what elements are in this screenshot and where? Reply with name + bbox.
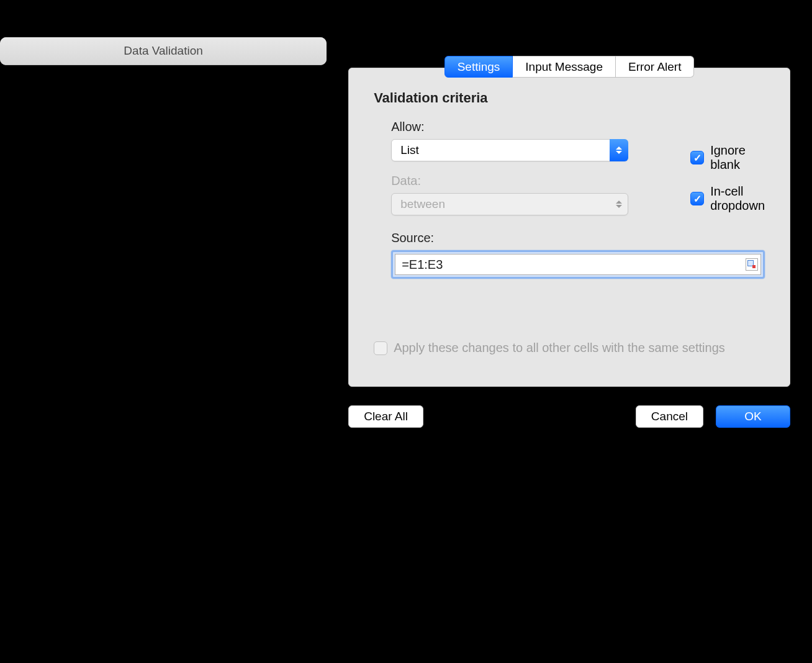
checkmark-icon: ✓ [693,152,701,164]
in-cell-dropdown-label: In-cell dropdown [710,184,765,213]
checkmark-icon: ✓ [693,193,701,205]
dialog-footer: Clear All Cancel OK [348,405,790,428]
criteria-left-column: Allow: List Data: [374,120,628,228]
tab-error-alert[interactable]: Error Alert [616,56,695,78]
tab-input-message[interactable]: Input Message [513,56,616,78]
in-cell-dropdown-row: ✓ In-cell dropdown [690,184,765,213]
source-input-wrap [391,250,765,279]
apply-changes-checkbox-row: Apply these changes to all other cells w… [374,341,765,355]
clear-all-button[interactable]: Clear All [348,405,423,428]
source-input[interactable] [395,254,761,275]
validation-criteria-heading: Validation criteria [374,90,765,106]
in-cell-dropdown-checkbox[interactable]: ✓ [690,192,704,205]
data-label: Data: [391,174,628,188]
range-selector-button[interactable] [746,258,758,271]
criteria-row: Allow: List Data: [374,120,765,228]
apply-changes-checkbox [374,341,387,355]
data-select-value: between [400,197,445,211]
data-select-wrap: between [391,193,628,215]
ignore-blank-row: ✓ Ignore blank [690,143,765,172]
allow-select-value: List [400,143,419,157]
tab-settings[interactable]: Settings [444,56,513,78]
allow-select-wrap: List [391,139,628,161]
allow-select-arrows-icon[interactable] [610,139,628,161]
allow-select[interactable]: List [391,139,628,161]
ok-button[interactable]: OK [716,405,790,428]
footer-right: Cancel OK [636,405,790,428]
data-select: between [391,193,628,215]
ignore-blank-checkbox[interactable]: ✓ [690,151,704,165]
apply-changes-label: Apply these changes to all other cells w… [394,341,725,355]
criteria-right-column: ✓ Ignore blank ✓ In-cell dropdown [690,120,765,228]
dialog-title: Data Validation [0,37,327,65]
source-section: Source: [374,231,765,279]
range-selector-icon [747,260,756,269]
allow-label: Allow: [391,120,628,134]
apply-changes-row: Apply these changes to all other cells w… [374,341,765,355]
settings-panel: Validation criteria Allow: List [348,68,790,387]
source-label: Source: [391,231,765,245]
cancel-button[interactable]: Cancel [636,405,703,428]
dialog-body: Settings Input Message Error Alert Valid… [327,37,812,446]
data-validation-dialog: Data Validation [0,37,327,65]
data-select-arrows-icon [610,193,628,215]
ignore-blank-label: Ignore blank [710,143,765,172]
